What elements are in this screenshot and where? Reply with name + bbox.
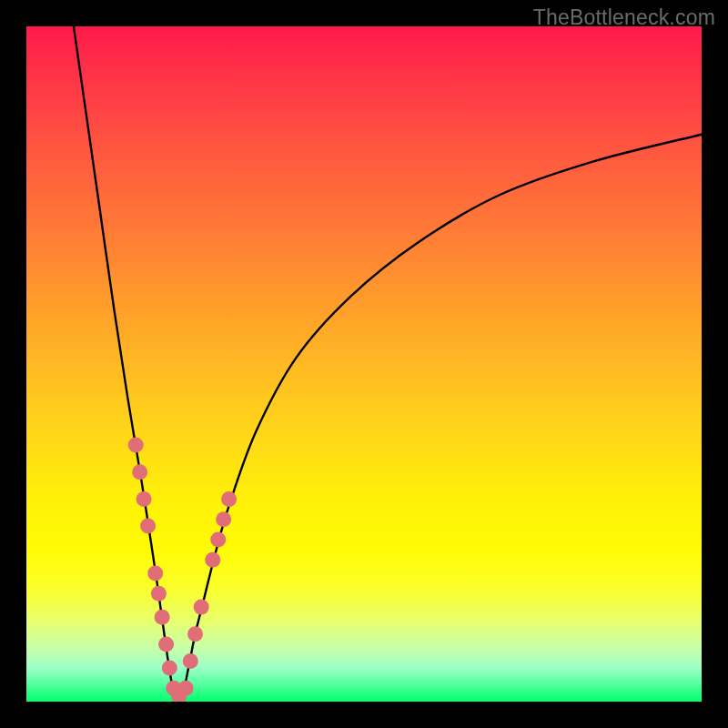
watermark-label: TheBottleneck.com — [533, 5, 715, 30]
curve-marker — [210, 531, 226, 547]
curve-marker — [183, 653, 198, 669]
curve-marker — [155, 610, 170, 625]
bottleneck-curve — [74, 26, 702, 702]
curve-marker — [221, 491, 237, 507]
curve-markers — [128, 438, 237, 702]
bottleneck-curve-svg — [26, 26, 702, 702]
curve-marker — [151, 586, 167, 602]
curve-marker — [194, 600, 209, 615]
curve-marker — [136, 491, 152, 507]
curve-marker — [205, 552, 220, 568]
curve-marker — [128, 438, 144, 453]
curve-marker — [140, 519, 156, 534]
curve-marker — [178, 681, 194, 696]
curve-marker — [187, 626, 203, 642]
curve-marker — [147, 566, 163, 581]
curve-marker — [162, 660, 177, 675]
curve-marker — [216, 511, 231, 527]
outer-frame: TheBottleneck.com — [0, 0, 728, 728]
curve-marker — [158, 636, 174, 652]
curve-marker — [132, 464, 147, 480]
plot-area — [26, 26, 702, 702]
